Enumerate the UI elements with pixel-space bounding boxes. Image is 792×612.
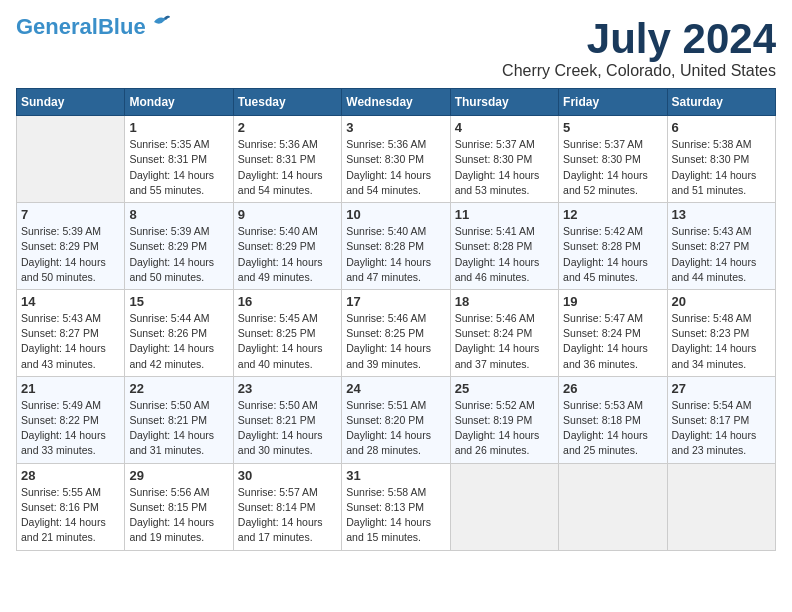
calendar-cell: 15 Sunrise: 5:44 AM Sunset: 8:26 PM Dayl… <box>125 289 233 376</box>
sunrise-time: Sunrise: 5:49 AM <box>21 399 101 411</box>
calendar-cell: 11 Sunrise: 5:41 AM Sunset: 8:28 PM Dayl… <box>450 203 558 290</box>
calendar-cell: 16 Sunrise: 5:45 AM Sunset: 8:25 PM Dayl… <box>233 289 341 376</box>
daylight-hours: Daylight: 14 hours and 49 minutes. <box>238 256 323 283</box>
daylight-hours: Daylight: 14 hours and 31 minutes. <box>129 429 214 456</box>
calendar-cell <box>559 463 667 550</box>
sunset-time: Sunset: 8:14 PM <box>238 501 316 513</box>
day-number: 23 <box>238 381 337 396</box>
daylight-hours: Daylight: 14 hours and 26 minutes. <box>455 429 540 456</box>
title-block: July 2024 Cherry Creek, Colorado, United… <box>502 16 776 80</box>
daylight-hours: Daylight: 14 hours and 52 minutes. <box>563 169 648 196</box>
day-number: 21 <box>21 381 120 396</box>
daylight-hours: Daylight: 14 hours and 19 minutes. <box>129 516 214 543</box>
day-info: Sunrise: 5:40 AM Sunset: 8:28 PM Dayligh… <box>346 224 445 285</box>
day-info: Sunrise: 5:47 AM Sunset: 8:24 PM Dayligh… <box>563 311 662 372</box>
calendar-cell: 12 Sunrise: 5:42 AM Sunset: 8:28 PM Dayl… <box>559 203 667 290</box>
day-number: 1 <box>129 120 228 135</box>
day-number: 28 <box>21 468 120 483</box>
logo-bird-icon <box>150 12 172 34</box>
day-number: 24 <box>346 381 445 396</box>
daylight-hours: Daylight: 14 hours and 34 minutes. <box>672 342 757 369</box>
calendar-week-row: 14 Sunrise: 5:43 AM Sunset: 8:27 PM Dayl… <box>17 289 776 376</box>
header-wednesday: Wednesday <box>342 89 450 116</box>
day-info: Sunrise: 5:56 AM Sunset: 8:15 PM Dayligh… <box>129 485 228 546</box>
day-number: 15 <box>129 294 228 309</box>
daylight-hours: Daylight: 14 hours and 44 minutes. <box>672 256 757 283</box>
day-number: 10 <box>346 207 445 222</box>
sunrise-time: Sunrise: 5:52 AM <box>455 399 535 411</box>
day-number: 13 <box>672 207 771 222</box>
day-info: Sunrise: 5:52 AM Sunset: 8:19 PM Dayligh… <box>455 398 554 459</box>
sunset-time: Sunset: 8:27 PM <box>21 327 99 339</box>
daylight-hours: Daylight: 14 hours and 54 minutes. <box>346 169 431 196</box>
header-monday: Monday <box>125 89 233 116</box>
daylight-hours: Daylight: 14 hours and 21 minutes. <box>21 516 106 543</box>
day-info: Sunrise: 5:48 AM Sunset: 8:23 PM Dayligh… <box>672 311 771 372</box>
header-sunday: Sunday <box>17 89 125 116</box>
sunrise-time: Sunrise: 5:36 AM <box>238 138 318 150</box>
daylight-hours: Daylight: 14 hours and 37 minutes. <box>455 342 540 369</box>
calendar-cell <box>667 463 775 550</box>
sunrise-time: Sunrise: 5:47 AM <box>563 312 643 324</box>
day-number: 16 <box>238 294 337 309</box>
day-info: Sunrise: 5:46 AM Sunset: 8:25 PM Dayligh… <box>346 311 445 372</box>
day-number: 29 <box>129 468 228 483</box>
sunset-time: Sunset: 8:28 PM <box>563 240 641 252</box>
day-number: 14 <box>21 294 120 309</box>
daylight-hours: Daylight: 14 hours and 50 minutes. <box>129 256 214 283</box>
day-number: 30 <box>238 468 337 483</box>
calendar-cell: 30 Sunrise: 5:57 AM Sunset: 8:14 PM Dayl… <box>233 463 341 550</box>
sunset-time: Sunset: 8:22 PM <box>21 414 99 426</box>
calendar-cell: 18 Sunrise: 5:46 AM Sunset: 8:24 PM Dayl… <box>450 289 558 376</box>
calendar-cell: 22 Sunrise: 5:50 AM Sunset: 8:21 PM Dayl… <box>125 376 233 463</box>
day-info: Sunrise: 5:55 AM Sunset: 8:16 PM Dayligh… <box>21 485 120 546</box>
daylight-hours: Daylight: 14 hours and 42 minutes. <box>129 342 214 369</box>
day-number: 22 <box>129 381 228 396</box>
sunset-time: Sunset: 8:16 PM <box>21 501 99 513</box>
calendar-week-row: 28 Sunrise: 5:55 AM Sunset: 8:16 PM Dayl… <box>17 463 776 550</box>
day-number: 2 <box>238 120 337 135</box>
sunrise-time: Sunrise: 5:39 AM <box>21 225 101 237</box>
sunset-time: Sunset: 8:30 PM <box>672 153 750 165</box>
daylight-hours: Daylight: 14 hours and 15 minutes. <box>346 516 431 543</box>
calendar-cell: 10 Sunrise: 5:40 AM Sunset: 8:28 PM Dayl… <box>342 203 450 290</box>
day-number: 19 <box>563 294 662 309</box>
daylight-hours: Daylight: 14 hours and 54 minutes. <box>238 169 323 196</box>
daylight-hours: Daylight: 14 hours and 51 minutes. <box>672 169 757 196</box>
calendar-body: 1 Sunrise: 5:35 AM Sunset: 8:31 PM Dayli… <box>17 116 776 550</box>
sunset-time: Sunset: 8:30 PM <box>455 153 533 165</box>
sunset-time: Sunset: 8:20 PM <box>346 414 424 426</box>
sunset-time: Sunset: 8:25 PM <box>238 327 316 339</box>
sunset-time: Sunset: 8:28 PM <box>455 240 533 252</box>
calendar-cell: 7 Sunrise: 5:39 AM Sunset: 8:29 PM Dayli… <box>17 203 125 290</box>
calendar-week-row: 7 Sunrise: 5:39 AM Sunset: 8:29 PM Dayli… <box>17 203 776 290</box>
day-number: 7 <box>21 207 120 222</box>
day-number: 27 <box>672 381 771 396</box>
sunrise-time: Sunrise: 5:51 AM <box>346 399 426 411</box>
sunset-time: Sunset: 8:29 PM <box>21 240 99 252</box>
sunset-time: Sunset: 8:18 PM <box>563 414 641 426</box>
calendar-cell: 9 Sunrise: 5:40 AM Sunset: 8:29 PM Dayli… <box>233 203 341 290</box>
daylight-hours: Daylight: 14 hours and 28 minutes. <box>346 429 431 456</box>
sunrise-time: Sunrise: 5:55 AM <box>21 486 101 498</box>
sunrise-time: Sunrise: 5:46 AM <box>455 312 535 324</box>
day-info: Sunrise: 5:49 AM Sunset: 8:22 PM Dayligh… <box>21 398 120 459</box>
calendar-cell <box>17 116 125 203</box>
day-info: Sunrise: 5:36 AM Sunset: 8:30 PM Dayligh… <box>346 137 445 198</box>
calendar-cell: 21 Sunrise: 5:49 AM Sunset: 8:22 PM Dayl… <box>17 376 125 463</box>
day-info: Sunrise: 5:53 AM Sunset: 8:18 PM Dayligh… <box>563 398 662 459</box>
sunrise-time: Sunrise: 5:40 AM <box>346 225 426 237</box>
sunset-time: Sunset: 8:27 PM <box>672 240 750 252</box>
sunset-time: Sunset: 8:30 PM <box>563 153 641 165</box>
sunset-time: Sunset: 8:29 PM <box>238 240 316 252</box>
day-number: 11 <box>455 207 554 222</box>
sunrise-time: Sunrise: 5:56 AM <box>129 486 209 498</box>
sunrise-time: Sunrise: 5:57 AM <box>238 486 318 498</box>
daylight-hours: Daylight: 14 hours and 23 minutes. <box>672 429 757 456</box>
day-number: 3 <box>346 120 445 135</box>
sunset-time: Sunset: 8:13 PM <box>346 501 424 513</box>
daylight-hours: Daylight: 14 hours and 40 minutes. <box>238 342 323 369</box>
logo-text: GeneralBlue <box>16 16 146 38</box>
calendar-cell: 28 Sunrise: 5:55 AM Sunset: 8:16 PM Dayl… <box>17 463 125 550</box>
day-info: Sunrise: 5:50 AM Sunset: 8:21 PM Dayligh… <box>129 398 228 459</box>
